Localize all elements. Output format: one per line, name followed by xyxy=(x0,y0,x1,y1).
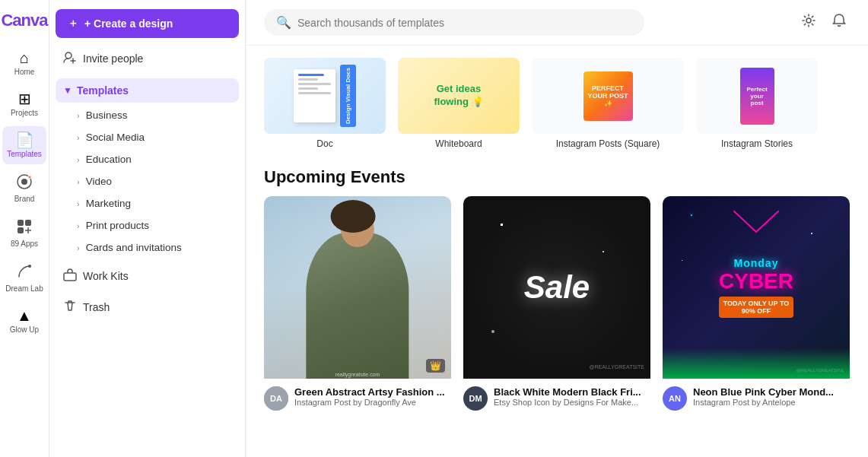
sale-text: Sale xyxy=(524,269,590,306)
brand-icon xyxy=(16,173,33,192)
whiteboard-card-label: Whiteboard xyxy=(435,138,482,149)
apps-icon xyxy=(16,218,33,237)
sidebar-item-label: Dream Lab xyxy=(5,284,43,293)
nav-item-marketing[interactable]: ›Marketing xyxy=(56,192,239,214)
home-icon: ⌂ xyxy=(20,50,29,65)
cyber-card-info: AN Neon Blue Pink Cyber Mond... Instagra… xyxy=(663,379,850,414)
nav-item-print-products[interactable]: ›Print products xyxy=(56,214,239,236)
template-card-whiteboard[interactable]: Get ideasflowing 💡 Whiteboard xyxy=(398,58,520,149)
nav-items-list: ›Business›Social Media›Education›Video›M… xyxy=(56,104,239,259)
templates-icon: 📄 xyxy=(15,132,34,148)
nav-item-label: Video xyxy=(86,176,112,187)
invite-people-button[interactable]: Invite people xyxy=(56,44,239,72)
fashion-card-info: DA Green Abstract Artsy Fashion ... Inst… xyxy=(264,379,451,414)
doc-card-label: Doc xyxy=(316,138,332,149)
sidebar-item-projects[interactable]: ⊞ Projects xyxy=(2,85,46,123)
sidebar: Canva ⌂ Home ⊞ Projects 📄 Templates Bran… xyxy=(0,0,49,457)
template-card-doc[interactable]: Design Visual Docs Doc xyxy=(264,58,386,149)
logo: Canva xyxy=(1,6,47,35)
chevron-right-icon: › xyxy=(77,177,80,186)
svg-point-13 xyxy=(806,18,811,23)
svg-text:DA: DA xyxy=(270,394,282,403)
settings-button[interactable] xyxy=(798,10,819,35)
plus-icon: ＋ xyxy=(68,17,78,30)
template-card-stories[interactable]: Perfectyourpost Instagram Stories xyxy=(696,58,818,149)
nav-item-business[interactable]: ›Business xyxy=(56,104,239,126)
cyber-watermark: @REALLYGREATSITE xyxy=(796,368,844,373)
sidebar-item-templates[interactable]: 📄 Templates xyxy=(2,126,46,164)
nav-panel: ＋ + Create a design Invite people ▼ Temp… xyxy=(49,0,246,457)
sale-card-subtitle: Etsy Shop Icon by Designs For Make... xyxy=(494,398,650,407)
cyber-card-title: Neon Blue Pink Cyber Mond... xyxy=(693,386,850,398)
chevron-right-icon: › xyxy=(77,155,80,164)
watermark: reallygreatsite.com xyxy=(267,370,448,379)
sidebar-item-apps[interactable]: 89 Apps xyxy=(2,212,46,254)
nav-item-label: Marketing xyxy=(86,198,131,209)
upcoming-events-section: Upcoming Events reallygreatsi xyxy=(246,161,868,432)
nav-item-label: Education xyxy=(86,154,132,165)
cyber-card-avatar: AN xyxy=(663,386,687,411)
cyber-text: Monday CYBER TODAY ONLY UP TO90% OFF xyxy=(719,257,794,318)
nav-item-video[interactable]: ›Video xyxy=(56,170,239,192)
cyber-cyber-text: CYBER xyxy=(719,269,794,294)
nav-item-education[interactable]: ›Education xyxy=(56,148,239,170)
templates-nav-header[interactable]: ▼ Templates xyxy=(56,78,239,103)
event-card-cyber[interactable]: Monday CYBER TODAY ONLY UP TO90% OFF @RE… xyxy=(663,196,850,414)
svg-point-8 xyxy=(28,265,31,268)
sidebar-item-label: Glow Up xyxy=(10,325,39,334)
create-design-button[interactable]: ＋ + Create a design xyxy=(56,9,239,38)
sale-card-info: DM Black White Modern Black Fri... Etsy … xyxy=(463,379,650,414)
fashion-card-avatar: DA xyxy=(264,386,288,411)
stories-mock: Perfectyourpost xyxy=(740,68,774,125)
template-types-row: Design Visual Docs Doc Get ideasflowing … xyxy=(246,46,868,161)
gear-icon xyxy=(801,13,816,28)
cyber-card-image: Monday CYBER TODAY ONLY UP TO90% OFF @RE… xyxy=(663,196,850,379)
bell-icon xyxy=(831,13,847,28)
nav-item-social-media[interactable]: ›Social Media xyxy=(56,126,239,148)
template-card-instagram[interactable]: PERFECTYOUR POST ✨ Instagram Posts (Squa… xyxy=(532,58,684,149)
sidebar-item-brand[interactable]: Brand xyxy=(2,167,46,209)
header-icons xyxy=(798,10,850,35)
event-card-sale[interactable]: Sale @REALLYGREATSITE DM Black White Mod… xyxy=(463,196,650,414)
crown-badge: 👑 xyxy=(426,359,445,373)
stories-card-image: Perfectyourpost xyxy=(696,58,818,134)
instagram-card-image: PERFECTYOUR POST ✨ xyxy=(532,58,684,134)
fashion-card-text: Green Abstract Artsy Fashion ... Instagr… xyxy=(294,386,451,407)
invite-icon xyxy=(63,50,77,66)
instagram-card-label: Instagram Posts (Square) xyxy=(556,138,660,149)
trash-nav-item[interactable]: Trash xyxy=(56,293,239,321)
sidebar-item-label: Templates xyxy=(7,150,42,158)
instagram-mock: PERFECTYOUR POST ✨ xyxy=(583,71,633,121)
sidebar-item-label: Projects xyxy=(11,109,38,117)
cyber-card-subtitle: Instagram Post by Antelope xyxy=(693,398,850,407)
glowup-icon: ▲ xyxy=(17,308,32,323)
doc-card-image: Design Visual Docs xyxy=(264,58,386,134)
chevron-right-icon: › xyxy=(77,111,80,120)
sale-card-title: Black White Modern Black Fri... xyxy=(494,386,650,398)
whiteboard-card-image: Get ideasflowing 💡 xyxy=(398,58,520,134)
search-input[interactable] xyxy=(297,17,632,29)
nav-item-cards-and-invitations[interactable]: ›Cards and invitations xyxy=(56,236,239,259)
sidebar-item-home[interactable]: ⌂ Home xyxy=(2,44,46,82)
sidebar-item-glowup[interactable]: ▲ Glow Up xyxy=(2,302,46,340)
main-header: 🔍 xyxy=(246,0,868,46)
sale-card-avatar: DM xyxy=(463,386,488,411)
search-bar: 🔍 xyxy=(264,9,644,36)
chevron-right-icon: › xyxy=(77,243,80,252)
events-grid: reallygreatsite.com 👑 DA Green Abstract … xyxy=(246,196,868,432)
sale-card-text: Black White Modern Black Fri... Etsy Sho… xyxy=(494,386,650,407)
notifications-button[interactable] xyxy=(828,10,850,35)
fashion-card-subtitle: Instagram Post by Dragonfly Ave xyxy=(294,398,451,407)
work-kits-nav-item[interactable]: Work Kits xyxy=(56,262,239,290)
svg-rect-5 xyxy=(17,227,24,233)
briefcase-icon xyxy=(63,268,77,284)
fashion-card-title: Green Abstract Artsy Fashion ... xyxy=(294,386,451,398)
sale-card-image: Sale @REALLYGREATSITE xyxy=(463,196,650,379)
sidebar-item-label: 89 Apps xyxy=(11,240,38,248)
svg-rect-3 xyxy=(17,220,24,226)
nav-item-label: Social Media xyxy=(86,132,145,143)
svg-text:DM: DM xyxy=(469,394,482,403)
nav-item-label: Business xyxy=(86,109,128,121)
event-card-fashion[interactable]: reallygreatsite.com 👑 DA Green Abstract … xyxy=(264,196,451,414)
sidebar-item-dreamlab[interactable]: Dream Lab xyxy=(2,257,46,299)
